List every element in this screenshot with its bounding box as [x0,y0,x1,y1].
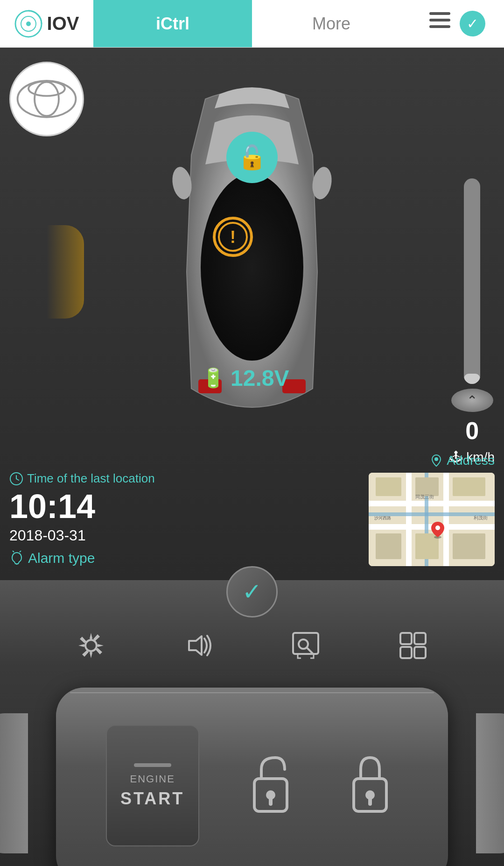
svg-point-7 [35,82,59,116]
fob-lock-icon [342,753,398,818]
svg-text:沙河西路: 沙河西路 [374,516,391,520]
svg-rect-32 [376,533,401,559]
engine-dash-indicator [134,763,171,767]
map-svg: 同茂三街 利茂街 沙河西路 [369,473,495,566]
map-thumbnail[interactable]: 同茂三街 利茂街 沙河西路 [369,473,495,566]
car-top-view-svg [112,62,392,482]
car-unlock-button[interactable]: 🔓 [226,132,278,183]
info-area: Time of the last location 10:14 2018-03-… [0,453,504,566]
svg-point-39 [435,525,440,530]
engine-start-button[interactable]: ENGINE START [106,725,199,846]
search-map-icon [289,629,322,662]
svg-point-8 [28,81,65,96]
search-map-button[interactable] [282,622,329,669]
fob-lock-button[interactable] [342,753,398,818]
svg-rect-4 [429,19,450,21]
svg-rect-26 [443,473,449,566]
tab-ictrl[interactable]: iCtrl [93,0,252,47]
fob-unlock-button[interactable] [243,753,299,818]
grid-apps-button[interactable] [390,622,436,669]
fob-unlock-icon [243,753,299,818]
svg-rect-47 [400,647,412,658]
tab-more[interactable]: More [252,0,411,47]
svg-text:利茂街: 利茂街 [474,515,488,520]
warning-svg: ! [212,216,254,258]
location-pin-icon [430,454,443,467]
panel-expand-button[interactable]: ✓ [226,566,278,618]
speed-chevron-icon: ⌃ [467,393,477,408]
key-fob-right-bumper [476,713,504,853]
chevron-down-icon: ✓ [242,578,262,605]
menu-icon[interactable] [429,12,450,35]
svg-point-2 [26,21,31,26]
battery-display: 🔋 12.8V [202,365,289,391]
svg-text:!: ! [230,227,236,247]
battery-icon: 🔋 [202,367,225,389]
svg-rect-51 [269,797,273,806]
toyota-emblem-svg [16,79,77,119]
app-logo: IOV [0,10,93,38]
svg-point-6 [18,80,76,117]
engine-start-btn-body[interactable]: ENGINE START [106,725,199,846]
engine-label-main: START [120,789,184,809]
svg-line-44 [307,647,313,653]
hamburger-menu-svg [429,12,450,31]
status-check-icon[interactable]: ✓ [460,11,485,36]
car-warning-icon: ! [212,216,254,265]
speed-bar [464,178,480,384]
gear-icon [75,629,107,662]
svg-rect-3 [429,12,450,15]
engine-label-top: ENGINE [130,773,175,785]
toyota-logo [9,62,84,136]
svg-rect-29 [376,477,401,496]
key-fob-wrapper: ENGINE START [19,683,485,866]
svg-rect-31 [453,477,485,496]
current-date: 2018-03-31 [9,527,155,544]
svg-rect-23 [369,501,495,506]
svg-point-9 [201,174,303,361]
svg-rect-25 [406,473,412,566]
speed-value: 0 [465,417,479,445]
address-label: Address [430,453,495,468]
top-nav-bar: IOV iCtrl More ✓ [0,0,504,48]
svg-point-21 [434,457,438,461]
current-time: 10:14 [9,490,155,523]
svg-line-19 [13,551,14,552]
svg-point-40 [85,640,97,651]
main-content-area: 🔓 ! 🔋 12.8V ⌃ 0 🕹 km/h [0,48,504,580]
iov-logo-icon [14,10,42,38]
svg-rect-34 [453,533,485,559]
svg-rect-54 [368,797,372,806]
svg-rect-45 [400,633,412,644]
speed-gauge: ⌃ 0 🕹 km/h [449,178,495,465]
svg-line-20 [20,551,21,552]
svg-text:同茂三街: 同茂三街 [415,494,434,499]
audio-button[interactable] [175,622,222,669]
speaker-icon [182,629,215,662]
nav-icons: ✓ [411,11,504,36]
alarm-type-label: Alarm type [9,550,155,566]
svg-rect-5 [429,25,450,28]
battery-voltage: 12.8V [231,365,289,391]
last-location-label: Time of the last location [9,471,155,486]
door-open-indicator [47,225,84,319]
clock-icon [9,472,23,486]
app-name: IOV [47,13,79,34]
svg-rect-46 [414,633,426,644]
settings-button[interactable] [68,622,114,669]
key-fob-left-bumper [0,713,28,853]
svg-rect-48 [414,647,426,658]
speed-bar-fill [464,374,480,384]
svg-marker-41 [189,636,202,655]
svg-rect-42 [293,633,318,654]
grid-icon [397,629,429,662]
left-info-panel: Time of the last location 10:14 2018-03-… [9,471,155,566]
svg-rect-30 [415,477,439,496]
alarm-icon [9,551,24,566]
speed-indicator-knob: ⌃ [451,389,493,412]
right-info-panel: Address [369,453,495,566]
key-fob: ENGINE START [56,688,448,866]
control-panel: ✓ [0,580,504,866]
